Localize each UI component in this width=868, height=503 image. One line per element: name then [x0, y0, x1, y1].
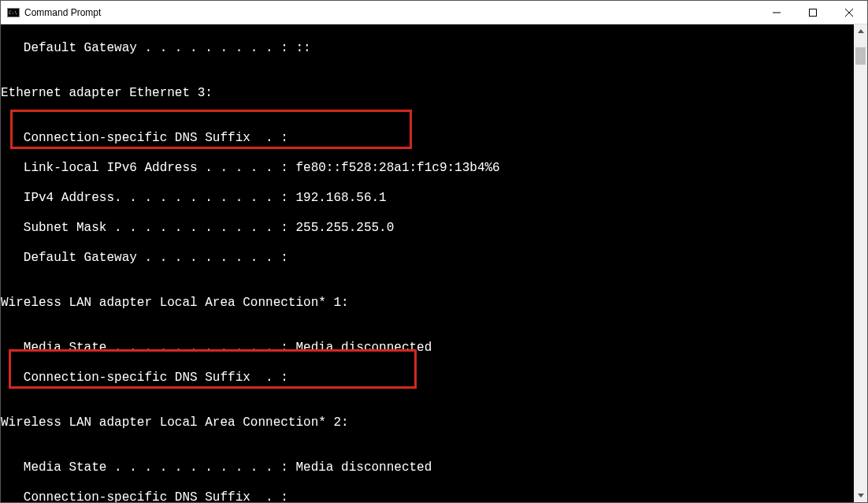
output-line: Default Gateway . . . . . . . . . : :: [1, 41, 854, 56]
output-line: Connection-specific DNS Suffix . : [1, 131, 854, 146]
maximize-icon [809, 9, 817, 17]
output-line: IPv4 Address. . . . . . . . . . . : 192.… [1, 191, 854, 206]
scrollbar-thumb[interactable] [855, 47, 866, 65]
window-body: Default Gateway . . . . . . . . . : :: E… [1, 24, 867, 502]
output-line: Default Gateway . . . . . . . . . : [1, 251, 854, 266]
output-line: Ethernet adapter Ethernet 3: [1, 86, 854, 101]
output-line: Media State . . . . . . . . . . . : Medi… [1, 460, 854, 475]
terminal-output[interactable]: Default Gateway . . . . . . . . . : :: E… [1, 24, 854, 502]
command-prompt-window: Command Prompt Default Gateway . . . . .… [0, 0, 868, 503]
output-line: Subnet Mask . . . . . . . . . . . : 255.… [1, 221, 854, 236]
scrollbar-down-button[interactable] [854, 489, 867, 502]
close-icon [845, 9, 853, 17]
output-line: Media State . . . . . . . . . . . : Medi… [1, 341, 854, 356]
titlebar[interactable]: Command Prompt [1, 1, 867, 24]
chevron-up-icon [858, 29, 864, 33]
output-line: Wireless LAN adapter Local Area Connecti… [1, 296, 854, 311]
output-line: Link-local IPv6 Address . . . . . : fe80… [1, 161, 854, 176]
scrollbar-track[interactable] [854, 38, 867, 489]
chevron-down-icon [858, 494, 864, 497]
minimize-icon [773, 9, 781, 17]
maximize-button[interactable] [795, 1, 831, 24]
scrollbar-up-button[interactable] [854, 24, 867, 38]
svg-rect-1 [810, 9, 817, 16]
vertical-scrollbar[interactable] [854, 24, 867, 502]
window-title: Command Prompt [24, 7, 759, 18]
close-button[interactable] [831, 1, 867, 24]
output-line: Connection-specific DNS Suffix . : [1, 371, 854, 386]
minimize-button[interactable] [759, 1, 795, 24]
output-line: Connection-specific DNS Suffix . : [1, 490, 854, 502]
output-line: Wireless LAN adapter Local Area Connecti… [1, 415, 854, 430]
cmd-icon [7, 8, 20, 17]
